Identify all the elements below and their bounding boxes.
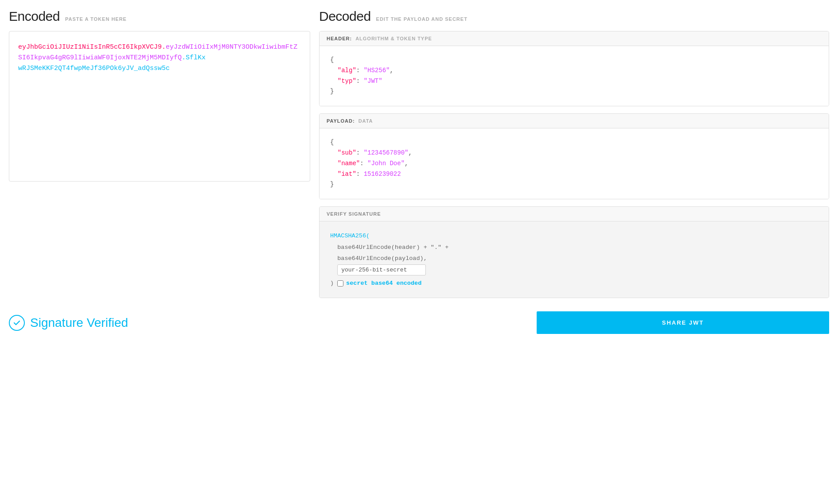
header-close-brace: } [330,88,334,95]
verify-body: HMACSHA256( base64UrlEncode(header) + ".… [320,221,829,298]
token-dot2: . [182,54,186,62]
header-body[interactable]: { "alg": "HS256", "typ": "JWT" } [320,46,829,106]
base64-label: secret base64 encoded [346,278,421,289]
payload-body[interactable]: { "sub": "1234567890", "name": "John Doe… [320,128,829,199]
payload-section: PAYLOAD: DATA { "sub": "1234567890", "na… [319,113,829,199]
verify-line1: base64UrlEncode(header) + "." + [330,242,818,253]
payload-close-brace: } [330,181,334,188]
token-part2-line2: aWF0IjoxNTE2MjM5MDIyfQ [94,54,182,62]
decoded-panel: Decoded EDIT THE PAYLOAD AND SECRET HEAD… [319,9,829,298]
payload-iat-key: "iat" [338,171,356,178]
encoded-title: Encoded [9,9,60,24]
header-alg-value: "HS256" [364,67,390,74]
header-alg-key: "alg" [338,67,356,74]
verify-close-paren: ) [330,278,334,289]
header-desc: ALGORITHM & TOKEN TYPE [355,36,432,41]
payload-name-value: "John Doe" [367,160,405,167]
encoded-title-row: Encoded PASTE A TOKEN HERE [9,9,310,24]
check-circle-icon [9,315,25,331]
payload-sub-value: "1234567890" [364,149,409,156]
verify-func-line: HMACSHA256( [330,230,818,242]
token-textarea[interactable]: eyJhbGciOiJIUzI1NiIsInR5cCI6IkpXVCJ9.eyJ… [9,31,310,182]
verify-secret-line [330,264,818,276]
verify-line1-text: base64UrlEncode(header) + "." + [337,244,448,251]
header-label: HEADER: [327,36,352,41]
header-section: HEADER: ALGORITHM & TOKEN TYPE { "alg": … [319,31,829,106]
bottom-bar: Signature Verified SHARE JWT [0,298,838,343]
verify-func-text: HMACSHA256( [330,233,370,239]
verify-section: VERIFY SIGNATURE HMACSHA256( base64UrlEn… [319,206,829,298]
token-part1: eyJhbGciOiJIUzI1NiIsInR5cCI6IkpXVCJ9 [18,43,162,51]
signature-verified-text: Signature Verified [30,316,128,330]
verify-line2-text: base64UrlEncode(payload), [337,255,427,262]
base64-checkbox[interactable] [337,280,343,287]
payload-label: PAYLOAD: [327,118,355,124]
payload-sub-key: "sub" [338,149,356,156]
token-part3-line1: SflKx [186,54,206,62]
token-dot1: . [162,43,166,51]
payload-open-brace: { [330,139,334,146]
share-jwt-button[interactable]: SHARE JWT [537,311,829,334]
payload-iat-value: 1516239022 [364,171,401,178]
verify-line2: base64UrlEncode(payload), [330,253,818,264]
header-typ-key: "typ" [338,78,356,85]
secret-input[interactable] [337,264,426,275]
token-part3-line2: wRJSMeKKF2QT4fwpMeJf36POk6yJV_adQssw5c [18,65,170,72]
checkbox-wrapper[interactable]: secret base64 encoded [337,278,421,289]
payload-name-key: "name" [338,160,360,167]
verify-header: VERIFY SIGNATURE [320,207,829,221]
verify-footer: ) secret base64 encoded [330,278,818,289]
decoded-title: Decoded [319,9,371,24]
payload-desc: DATA [359,118,373,124]
header-typ-value: "JWT" [364,78,382,85]
signature-verified: Signature Verified [9,315,537,331]
header-open-brace: { [330,56,334,63]
decoded-subtitle: EDIT THE PAYLOAD AND SECRET [376,16,468,22]
encoded-subtitle: PASTE A TOKEN HERE [65,16,127,22]
payload-section-title: PAYLOAD: DATA [320,114,829,128]
encoded-panel: Encoded PASTE A TOKEN HERE eyJhbGciOiJIU… [9,9,310,298]
header-section-title: HEADER: ALGORITHM & TOKEN TYPE [320,31,829,46]
secret-input-wrapper[interactable] [337,264,426,276]
decoded-title-row: Decoded EDIT THE PAYLOAD AND SECRET [319,9,829,24]
